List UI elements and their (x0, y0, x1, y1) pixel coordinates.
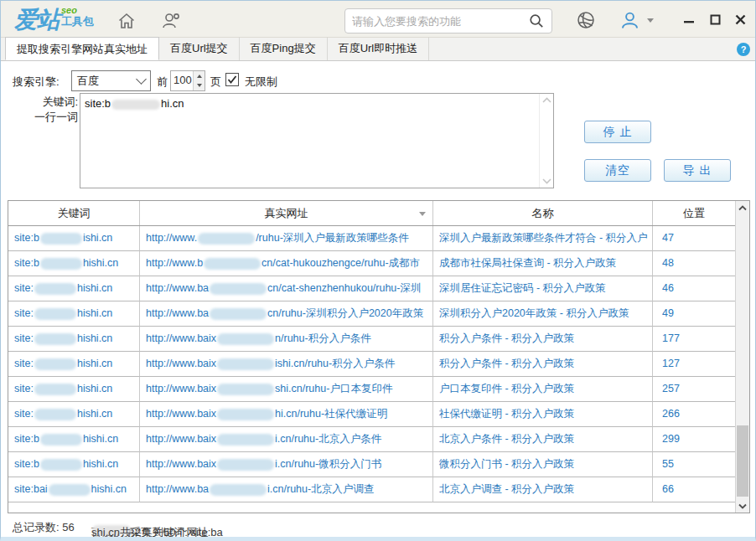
url-cell: http://www.baixi.cn/ruhu-微积分入门书 (140, 452, 433, 477)
redacted-blur (210, 484, 267, 496)
sort-caret-icon[interactable] (419, 212, 426, 219)
keyword-cell: site:baihishi.cn (8, 477, 140, 502)
name-cell: 北京入户调查 - 积分入户政策 (433, 477, 653, 502)
redacted-blur (40, 258, 82, 270)
help-icon[interactable]: ? (737, 43, 750, 56)
table-row[interactable]: site:hishi.cnhttp://www.baixishi.cn/ruhu… (8, 352, 735, 377)
redacted-blur (210, 283, 267, 295)
keyword-textarea[interactable]: site:bhi.cn (80, 93, 554, 188)
redacted-blur (217, 358, 274, 370)
url-cell: http://www.baixshi.cn/ruhu-户口本复印件 (140, 377, 433, 402)
scroll-up-icon[interactable] (542, 97, 551, 104)
keyword-cell: site:bhishi.cn (8, 452, 140, 477)
table-scrollbar[interactable] (735, 201, 749, 513)
position-cell: 55 (653, 452, 735, 477)
table-row[interactable]: site:bhishi.cnhttp://www.baixi.cn/ruhu-北… (8, 427, 735, 452)
redacted-blur (34, 409, 76, 420)
url-cell: http://www.bai.cn/ruhu-北京入户调查 (140, 477, 433, 502)
search-icon[interactable] (528, 13, 545, 29)
home-icon[interactable] (117, 11, 138, 31)
tab-baidu-ping-submit[interactable]: 百度Ping提交 (240, 37, 328, 60)
redacted-blur (111, 100, 160, 110)
url-cell: http://www.baixishi.cn/ruhu-积分入户条件 (140, 352, 433, 377)
user-menu-caret-icon[interactable] (647, 18, 654, 26)
close-button[interactable] (731, 11, 749, 28)
scrollbar-thumb[interactable] (737, 425, 748, 497)
position-cell: 48 (653, 251, 735, 276)
tab-baidu-url-push[interactable]: 百度Url即时推送 (328, 37, 430, 60)
name-cell: 社保代缴证明 - 积分入户政策 (433, 402, 653, 427)
keyword-cell: site:bhishi.cn (8, 251, 140, 276)
scroll-down-icon[interactable] (542, 178, 551, 184)
tab-bar: 提取搜索引擎网站真实地址 百度Url提交 百度Ping提交 百度Url即时推送 (1, 38, 755, 61)
app-logo: 爱站 seo 工具包 (14, 4, 94, 36)
table-body: site:bishi.cnhttp://www./ruhu-深圳入户最新政策哪些… (8, 226, 735, 513)
clear-button[interactable]: 清空 (584, 159, 651, 182)
network-icon[interactable] (576, 10, 598, 30)
textarea-scrollbar[interactable] (539, 94, 553, 188)
redacted-blur (217, 459, 274, 471)
keyword-value: site:bhi.cn (85, 97, 536, 110)
redacted-blur (198, 233, 255, 245)
position-cell: 66 (653, 477, 735, 502)
keyword-cell: site:hishi.cn (8, 377, 140, 402)
minimize-button[interactable] (680, 11, 698, 28)
status-bar: 总记录数: 56 百度的第2页关键词: site:bashi.cn共采集到50个… (1, 515, 755, 538)
url-cell: http://www.bacn/cat-shenzhenhukou/ruhu-深… (140, 276, 433, 301)
header-real-url[interactable]: 真实网址 (140, 201, 433, 225)
pages-spinner-value[interactable]: 100 (171, 71, 193, 90)
name-cell: 户口本复印件 - 积分入户政策 (433, 377, 653, 402)
keyword-cell: site:hishi.cn (8, 301, 140, 327)
redacted-blur (40, 233, 82, 245)
table-row[interactable]: site:bishi.cnhttp://www./ruhu-深圳入户最新政策哪些… (8, 226, 735, 251)
position-cell: 46 (653, 276, 735, 301)
spinner-up-button[interactable] (194, 71, 205, 81)
redacted-blur (210, 308, 267, 320)
table-row[interactable]: site:hishi.cnhttp://www.bacn/cat-shenzhe… (8, 276, 735, 301)
total-records: 总记录数: 56 (13, 520, 75, 535)
redacted-blur (34, 358, 76, 370)
table-row[interactable]: site:bhishi.cnhttp://www.bcn/cat-hukouzh… (8, 251, 735, 276)
name-cell: 北京入户条件 - 积分入户政策 (433, 427, 653, 452)
url-cell: http://www.bcn/cat-hukouzhengce/ruhu-成都市 (140, 251, 433, 276)
table-row[interactable]: site:bhishi.cnhttp://www.baixi.cn/ruhu-微… (8, 452, 735, 477)
redacted-blur (217, 333, 274, 345)
table-row[interactable]: site:hishi.cnhttp://www.bacn/ruhu-深圳积分入户… (8, 301, 735, 327)
table-row[interactable]: site:baihishi.cnhttp://www.bai.cn/ruhu-北… (8, 477, 735, 502)
redacted-blur (40, 459, 82, 471)
checkmark-icon (227, 75, 237, 85)
maximize-button[interactable] (706, 11, 724, 28)
keyword-cell: site:hishi.cn (8, 327, 140, 352)
position-cell: 49 (653, 301, 735, 327)
table-row[interactable]: site:hishi.cnhttp://www.baixshi.cn/ruhu-… (8, 377, 735, 402)
url-cell: http://www.baixhi.cn/ruhu-社保代缴证明 (140, 402, 433, 427)
user-icon[interactable] (619, 10, 641, 30)
stop-button[interactable]: 停 止 (584, 121, 651, 143)
tab-extract-real-url[interactable]: 提取搜索引擎网站真实地址 (5, 37, 159, 60)
keyword-cell: site:bishi.cn (8, 226, 140, 251)
header-name[interactable]: 名称 (433, 201, 653, 225)
contacts-icon[interactable] (160, 11, 182, 31)
scrollbar-up-button[interactable] (736, 201, 749, 214)
keyword-cell: site:hishi.cn (8, 352, 140, 377)
unlimited-label: 无限制 (245, 75, 277, 90)
name-cell: 深圳居住证忘记密码 - 积分入户政策 (433, 276, 653, 301)
table-header: 关键词 真实网址 名称 位置 (8, 201, 735, 226)
redacted-blur (34, 384, 76, 395)
spinner-down-button[interactable] (194, 81, 205, 91)
table-row[interactable]: site:hishi.cnhttp://www.baixn/ruhu-积分入户条… (8, 327, 735, 352)
scrollbar-down-button[interactable] (736, 499, 749, 513)
position-cell: 127 (653, 352, 735, 377)
unlimited-checkbox[interactable] (225, 73, 239, 86)
export-button[interactable]: 导 出 (664, 159, 731, 182)
engine-select[interactable]: 百度 (71, 70, 151, 91)
function-search-input[interactable] (352, 15, 528, 28)
logo-sub-text: 工具包 (61, 15, 94, 28)
redacted-blur (34, 308, 76, 320)
name-cell: 微积分入门书 - 积分入户政策 (433, 452, 653, 477)
position-cell: 47 (653, 226, 735, 251)
tab-baidu-url-submit[interactable]: 百度Url提交 (159, 37, 240, 60)
header-keyword[interactable]: 关键词 (8, 201, 140, 225)
header-position[interactable]: 位置 (653, 201, 735, 225)
table-row[interactable]: site:hishi.cnhttp://www.baixhi.cn/ruhu-社… (8, 402, 735, 427)
